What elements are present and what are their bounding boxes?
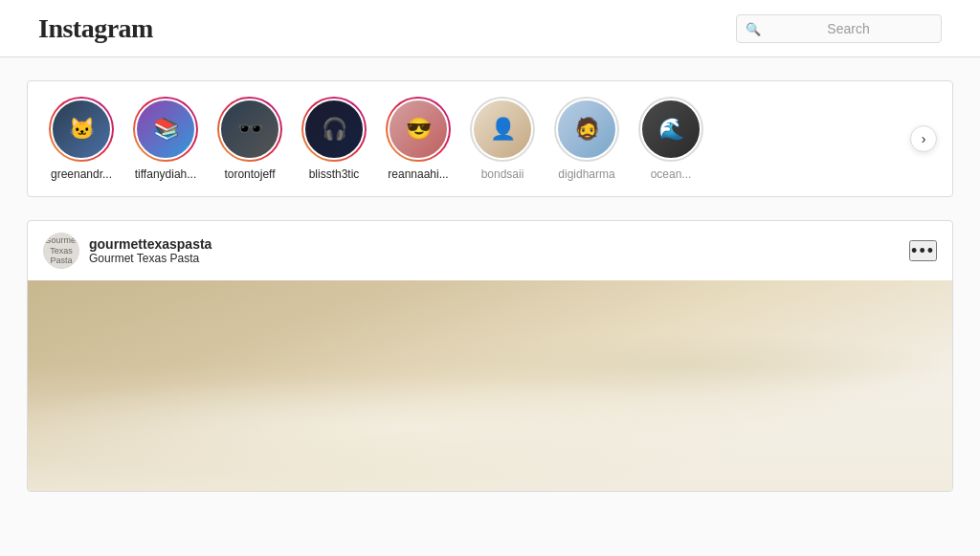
story-avatar-wrap: 👤 [470, 97, 535, 162]
search-container: 🔍 [736, 14, 942, 43]
post-location: Gourmet Texas Pasta [89, 252, 212, 265]
story-avatar: 🧔 [556, 99, 617, 160]
story-avatar-wrap: 😎 [386, 97, 451, 162]
main-content: 🐱 greenandr... 📚 tiffanydiah... 🕶️ toron… [11, 80, 969, 492]
post-username-block: gourmettexaspasta Gourmet Texas Pasta [89, 236, 212, 265]
story-avatar-wrap: 🕶️ [217, 97, 282, 162]
story-avatar-emoji: 🕶️ [237, 117, 263, 142]
story-avatar: 🕶️ [219, 99, 280, 160]
post-header: Gourmet Texas Pasta gourmettexaspasta Go… [28, 221, 952, 280]
story-avatar-wrap: 🧔 [554, 97, 619, 162]
story-avatar-emoji: 😎 [406, 117, 432, 142]
story-avatar: 🌊 [640, 99, 702, 160]
story-avatar-wrap: 🎧 [301, 97, 367, 162]
story-item[interactable]: 🎧 blissth3tic [296, 97, 372, 181]
story-username: greenandr... [51, 167, 112, 181]
story-avatar: 📚 [135, 99, 196, 160]
story-username: blissth3tic [309, 167, 360, 181]
stories-card: 🐱 greenandr... 📚 tiffanydiah... 🕶️ toron… [27, 80, 953, 197]
story-item[interactable]: 🧔 digidharma [548, 97, 625, 181]
story-username: ocean... [651, 167, 692, 181]
story-avatar-wrap: 📚 [133, 97, 198, 162]
story-item[interactable]: 🐱 greenandr... [43, 97, 120, 181]
story-avatar: 😎 [388, 99, 449, 160]
story-avatar-emoji: 🌊 [658, 117, 684, 142]
stories-list: 🐱 greenandr... 📚 tiffanydiah... 🕶️ toron… [43, 97, 906, 181]
stories-next-button[interactable]: › [910, 125, 937, 152]
story-item[interactable]: 👤 bondsaii [464, 97, 541, 181]
story-item[interactable]: 🕶️ torontojeff [212, 97, 288, 181]
story-avatar: 🐱 [51, 99, 112, 160]
instagram-logo: Instagram [38, 13, 153, 44]
post-image [28, 280, 952, 491]
story-username: bondsaii [481, 167, 524, 181]
story-avatar-emoji: 👤 [490, 117, 516, 142]
post-username[interactable]: gourmettexaspasta [89, 236, 212, 252]
post-avatar-inner: Gourmet Texas Pasta [44, 234, 78, 268]
post-image-overlay [28, 365, 952, 491]
story-item[interactable]: 😎 reannaahi... [380, 97, 457, 181]
story-avatar-emoji: 🎧 [322, 117, 347, 142]
header: Instagram 🔍 [0, 0, 980, 57]
story-item[interactable]: 📚 tiffanydiah... [127, 97, 204, 181]
story-avatar-emoji: 📚 [153, 117, 179, 142]
story-username: torontojeff [224, 167, 275, 181]
story-avatar-wrap: 🌊 [638, 97, 703, 162]
post-avatar: Gourmet Texas Pasta [43, 233, 79, 269]
search-icon: 🔍 [746, 21, 761, 35]
story-username: tiffanydiah... [135, 167, 197, 181]
story-avatar-wrap: 🐱 [49, 97, 114, 162]
post-more-button[interactable]: ••• [909, 240, 937, 261]
search-input[interactable] [736, 14, 942, 43]
post-header-left: Gourmet Texas Pasta gourmettexaspasta Go… [43, 233, 212, 269]
story-username: reannaahi... [388, 167, 448, 181]
story-avatar-emoji: 🐱 [69, 117, 95, 142]
post-card: Gourmet Texas Pasta gourmettexaspasta Go… [27, 220, 953, 492]
story-username: digidharma [558, 167, 614, 181]
story-item[interactable]: 🌊 ocean... [633, 97, 709, 181]
story-avatar-emoji: 🧔 [574, 117, 600, 142]
story-avatar: 👤 [472, 99, 533, 160]
story-avatar: 🎧 [303, 99, 365, 160]
